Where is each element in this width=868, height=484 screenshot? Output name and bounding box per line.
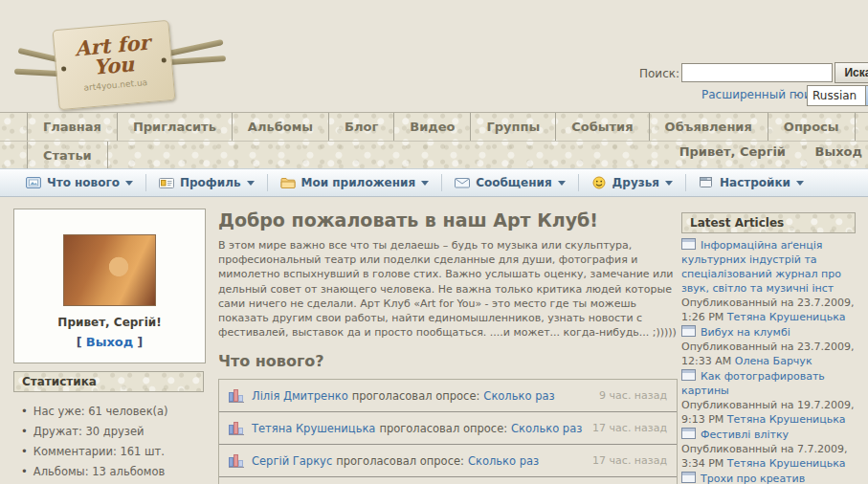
whats-new-icon [26,176,41,189]
article-title-link[interactable]: Вибух на клумбі [701,326,790,339]
article-icon [681,428,696,439]
chevron-down-icon [558,181,566,189]
latest-articles-list: Інформаційна аґенція культурних індустрі… [681,233,856,484]
whats-new-list: Лілія Дмитренко проголасовал опросе: Ско… [218,379,678,484]
nav-tab-home[interactable]: Главная [27,113,118,141]
article-title-link[interactable]: Інформаційна аґенція культурних індустрі… [681,239,841,295]
avatar [63,234,156,306]
latest-articles-box: Latest Articles Інформаційна аґенція кул… [681,212,856,484]
nav-tab-invite[interactable]: Пригласить [118,113,233,141]
article-icon [681,238,696,250]
article-icon [681,325,696,337]
article-title-link[interactable]: Как фотографировать картины [681,370,825,397]
article-title-link[interactable]: Фестивлі влітку [701,429,789,441]
nav-user-area: Привет, Сергій Выход [679,144,862,159]
article-item: Інформаційна аґенція культурних індустрі… [681,238,856,324]
nav-tab-announcements[interactable]: Объявления [650,113,768,141]
activity-user-link[interactable]: Тетяна Крушеницька [252,422,375,435]
whats-new-title: Что нового? [218,352,324,370]
poll-chart-icon [229,422,244,435]
activity-row: Сергій Гаркус проголасовал опросе: Сколь… [219,445,677,477]
article-meta: Опубликованный на 7.7.2009, 3:34 PM Тетя… [681,442,856,471]
activity-time: 17 час. назад [592,454,667,467]
chevron-down-icon [125,181,133,189]
nav-logout-link[interactable]: Выход [815,144,862,159]
nav-tab-polls[interactable]: Опросы [768,113,856,141]
article-author-link[interactable]: Тетяна Крушеницька [727,413,846,426]
toolbar-item-label: Мои приложения [301,176,416,189]
activity-row: Тетяна Крушеницька проголасовал опросе: … [219,412,677,445]
chevron-down-icon [665,181,673,189]
toolbar-messages[interactable]: Сообщения [442,176,577,189]
nav-tab-events[interactable]: События [556,113,649,141]
article-meta: Опубликованный на 23.7.2009, 12:33 АМ Ол… [681,340,856,368]
statistics-list: Нас уже: 61 человек(а) Дружат: 30 друзей… [13,402,204,484]
article-meta: Опубликованный на 19.7.2009, 9:13 PM Тет… [681,398,856,427]
user-toolbar: Что нового Профиль Мои приложения Сообще… [0,168,868,197]
toolbar-item-label: Профиль [180,176,241,189]
chevron-down-icon [796,181,804,189]
nav-tab-articles[interactable]: Статьи [27,142,108,169]
toolbar-whats-new[interactable]: Что нового [13,176,145,189]
language-select[interactable]: Russian [807,85,868,106]
activity-action: проголасовал опросе: [379,422,507,435]
nav-tab-blog[interactable]: Блог [329,113,394,141]
article-icon [681,472,696,483]
bracket: [ [77,335,82,349]
article-meta: Опубликованный на 23.7.2009, 1:26 PM Тет… [681,296,856,324]
settings-icon [699,176,714,189]
nav-tab-groups[interactable]: Группы [471,113,556,141]
activity-row: Лілія Дмитренко проголасовал опросе: Ско… [219,380,677,412]
activity-action: проголасовал опросе: [336,454,464,468]
toolbar-my-apps[interactable]: Мои приложения [268,176,442,189]
toolbar-friends[interactable]: Друзья [579,176,685,189]
main-navigation: Главная Пригласить Альбомы Блог Видео Гр… [0,112,868,169]
nav-tab-video[interactable]: Видео [394,113,471,141]
toolbar-item-label: Сообщения [476,176,551,189]
statistics-box: Статистика Нас уже: 61 человек(а) Дружат… [13,371,204,484]
language-selected-value: Russian [808,89,865,102]
advanced-search-separator: - [795,88,799,101]
poll-chart-icon [229,389,244,403]
profile-logout: [Выход] [14,335,205,349]
activity-action: проголасовал опросе: [352,389,480,403]
welcome-text: В этом мире важно все что ты делаешь – б… [218,238,678,340]
activity-user-link[interactable]: Сергій Гаркус [252,454,332,468]
toolbar-settings[interactable]: Настройки [686,176,816,189]
site-logo[interactable]: Art for You art4you.net.ua [53,20,176,110]
statistics-title: Статистика [13,371,204,392]
article-item: Как фотографировать картины Опубликованн… [681,369,856,427]
nav-tab-albums[interactable]: Альбомы [233,113,329,141]
search-label: Поиск: [639,67,679,80]
profile-greeting: Привет, Сергій! [14,316,205,329]
search-button[interactable]: Искать [835,62,868,83]
chevron-down-icon [247,181,255,189]
article-item: Трохи про креатив Опубликованный на 5.7.… [681,472,856,484]
activity-user-link[interactable]: Лілія Дмитренко [252,389,348,403]
activity-poll-link[interactable]: Сколько раз [511,422,582,435]
chevron-down-icon [421,181,429,189]
activity-poll-link[interactable]: Сколько раз [483,389,554,403]
logout-link[interactable]: Выход [86,335,133,349]
search-input[interactable] [681,63,833,82]
stat-item: Нас уже: 61 человек(а) [17,402,200,422]
profile-icon [159,176,174,189]
messages-icon [455,176,470,189]
article-item: Фестивлі влітку Опубликованный на 7.7.20… [681,428,856,471]
activity-time: 9 час. назад [599,389,667,402]
activity-poll-link[interactable]: Сколько раз [468,454,539,468]
article-author-link[interactable]: Олена Барчук [735,355,812,367]
toolbar-profile[interactable]: Профиль [146,176,267,189]
stat-item: Комментарии: 161 шт. [17,442,200,462]
article-author-link[interactable]: Тетяна Крушеницька [727,311,846,323]
toolbar-item-label: Друзья [612,176,659,189]
article-author-link[interactable]: Тетяна Крушеницька [727,457,846,470]
stat-item: Дружат: 30 друзей [17,422,200,442]
article-item: Вибух на клумбі Опубликованный на 23.7.2… [681,325,856,368]
bracket: ] [137,335,143,349]
profile-box: Привет, Сергій! [Выход] [13,209,206,363]
toolbar-item-label: Настройки [720,176,790,189]
activity-time: 17 час. назад [592,422,667,434]
activity-row: 17 час. назад [219,477,677,484]
article-title-link[interactable]: Трохи про креатив [701,473,805,484]
